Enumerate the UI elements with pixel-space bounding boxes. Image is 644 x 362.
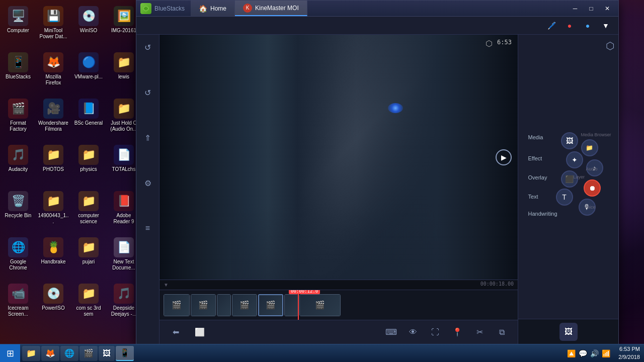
minimize-button[interactable]: ─ — [568, 3, 582, 14]
eye-button[interactable]: 👁 — [405, 324, 421, 340]
toolbar-alert-icon[interactable]: ● — [563, 19, 576, 32]
export-icon[interactable]: ⬡ — [606, 40, 614, 52]
cut-button[interactable]: ✂ — [471, 324, 488, 340]
start-button[interactable]: ⊞ — [0, 344, 20, 363]
sidebar-refresh-icon[interactable]: ↺ — [140, 40, 155, 55]
desktop-icon-14900443[interactable]: 📁14900443_1... — [37, 189, 69, 234]
desktop-icon-poweriso[interactable]: 💿PowerISO — [37, 282, 69, 327]
effect-label[interactable]: Effect — [528, 155, 542, 161]
desktop-icon-label-14900443: 14900443_1... — [38, 213, 69, 225]
bluestacks-brand-label: BlueStacks — [154, 5, 185, 12]
desktop-icon-label-computer2: computer science — [73, 213, 104, 225]
text-label[interactable]: Text — [528, 194, 538, 200]
overlay-label[interactable]: Overlay — [528, 174, 547, 180]
record-button[interactable]: ⏺ — [584, 179, 601, 197]
media-label[interactable]: Media — [528, 134, 543, 140]
desktop-icon-wondershare[interactable]: 🎥Wondershare Filmora — [37, 97, 69, 142]
text-button[interactable]: T — [556, 189, 573, 206]
tab-home[interactable]: 🏠 Home — [191, 1, 235, 16]
desktop-icon-icecream[interactable]: 📹Icecream Screen... — [2, 282, 34, 327]
tab-kinemaster[interactable]: K KineMaster MOI — [235, 1, 307, 16]
desktop-icon-label-winiso: WinISO — [80, 28, 97, 34]
close-button[interactable]: ✕ — [600, 3, 614, 14]
desktop-icon-img-newtext: 📄 — [114, 237, 134, 257]
taskbar-item-format[interactable]: 🎬 — [79, 346, 98, 361]
desktop-icon-bsc[interactable]: 📘BSc General — [72, 97, 105, 142]
start-icon: ⊞ — [7, 348, 14, 359]
taskbar-item-firefox[interactable]: 🦊 — [41, 346, 59, 361]
desktop-icon-justhold[interactable]: 📁Just Hold C (Audio On... — [108, 97, 140, 142]
sidebar-back-icon[interactable]: ↺ — [140, 85, 155, 100]
maximize-button[interactable]: □ — [584, 3, 598, 14]
desktop-icon-label-computer: Computer — [7, 28, 29, 34]
desktop-icon-computer[interactable]: 🖥️Computer — [2, 4, 34, 49]
desktop-icon-deepside[interactable]: 🎵Deepside Deejays -... — [108, 282, 140, 327]
copy-button[interactable]: ⧉ — [494, 324, 510, 340]
timeline-clip[interactable]: 🎬 — [164, 294, 190, 316]
toolbar-dropdown-icon[interactable]: ▼ — [599, 19, 612, 32]
desktop-icon-physics[interactable]: 📁physics — [72, 143, 105, 188]
sidebar-settings-icon[interactable]: ⚙ — [140, 175, 155, 191]
location-button[interactable]: 📍 — [449, 324, 465, 340]
fullscreen-button[interactable]: ⛶ — [427, 324, 443, 340]
timeline-clip[interactable]: 🎬 — [232, 294, 257, 316]
toolbar-pen-icon[interactable]: 🖊️ — [545, 19, 558, 32]
toolbar-info-icon[interactable]: ● — [581, 19, 594, 32]
effect-button[interactable]: ✦ — [566, 151, 583, 168]
timeline-clip[interactable]: 🎬 — [191, 294, 216, 316]
desktop-icon-vmware[interactable]: 🔵VMware-pl... — [72, 50, 105, 96]
desktop-icon-minitool[interactable]: 💾MiniTool Power Dat... — [37, 4, 69, 49]
audio-label: Audio — [586, 166, 598, 171]
desktop-icon-newtext[interactable]: 📄New Text Docume... — [108, 235, 140, 281]
desktop-icon-adobe[interactable]: 📕Adobe Reader 9 — [108, 189, 140, 234]
desktop-icon-handbrake[interactable]: 🍍Handbrake — [37, 235, 69, 281]
desktop-icon-photos[interactable]: 📁PHOTOS — [37, 143, 69, 188]
timeline-clip[interactable] — [284, 294, 298, 316]
handwriting-label[interactable]: Handwriting — [528, 211, 557, 217]
desktop-icon-bluestacks[interactable]: 📱BlueStacks — [2, 50, 34, 96]
taskbar-item-explorer[interactable]: 📁 — [22, 346, 40, 361]
timeline-clip-selected[interactable]: 🎬 — [258, 294, 283, 316]
play-button[interactable]: ▶ — [496, 149, 512, 165]
timeline-clip[interactable] — [217, 294, 231, 316]
video-frame — [159, 35, 518, 280]
keyboard-button[interactable]: ⌨ — [383, 324, 399, 340]
taskbar-item-chrome[interactable]: 🌐 — [60, 346, 78, 361]
sidebar-share-icon[interactable]: ⇑ — [140, 130, 155, 145]
desktop-icon-pujari[interactable]: 📁pujari — [72, 235, 105, 281]
taskbar-item-img[interactable]: 🖼 — [99, 346, 115, 361]
systray-chevron-icon[interactable]: 🔼 — [567, 349, 576, 357]
desktop-icon-lewis[interactable]: 📁lewis — [108, 50, 140, 96]
desktop-icon-img[interactable]: 🖼️IMG-20161 — [108, 4, 140, 49]
timeline-clip[interactable]: 🎬 — [299, 294, 341, 316]
media-button[interactable]: 🖼 — [561, 132, 578, 149]
img-icon: 🖼 — [103, 349, 111, 358]
desktop-icon-label-audacity: Audacity — [9, 166, 28, 172]
desktop-icon-format[interactable]: 🎬Format Factory — [2, 97, 34, 142]
desktop-icon-totalchs[interactable]: 📄TOTALchs — [108, 143, 140, 188]
desktop-icon-label-vmware: VMware-pl... — [74, 74, 103, 80]
timeline-playhead[interactable]: 00:00:12.0 — [298, 290, 299, 320]
systray-chat-icon[interactable]: 💬 — [579, 349, 587, 357]
desktop-icon-img-physics: 📁 — [78, 145, 99, 165]
system-clock[interactable]: 6:53 PM 2/9/2018 — [614, 345, 644, 361]
sidebar-layers-icon[interactable]: ≡ — [140, 221, 155, 236]
timeline-area: ▼ 00:00:18.00 🎬 🎬 🎬 — [159, 280, 518, 320]
media-browser-button[interactable]: 📁 — [581, 139, 598, 156]
right-panel: Media Effect Overlay Text Handwriting 🖼 … — [518, 35, 618, 344]
desktop-icon-mozilla[interactable]: 🦊Mozilla Firefox — [37, 50, 69, 96]
desktop-icon-audacity[interactable]: 🎵Audacity — [2, 143, 34, 188]
desktop-icon-chrome[interactable]: 🌐Google Chrome — [2, 235, 34, 281]
systray-volume-icon[interactable]: 🔊 — [590, 349, 599, 357]
desktop-icon-comsc[interactable]: 📁com sc 3rd sem — [72, 282, 105, 327]
desktop-icon-winiso[interactable]: 💿WinISO — [72, 4, 105, 49]
systray-network-icon[interactable]: 📶 — [602, 349, 610, 357]
taskbar-item-bluestacks[interactable]: 📱 — [116, 346, 134, 361]
home-button[interactable]: ⬜ — [192, 324, 208, 340]
panel-bottom-icon[interactable]: 🖼 — [559, 323, 578, 341]
exit-icon[interactable]: ⬡ — [486, 39, 493, 48]
timeline-tracks[interactable]: 🎬 🎬 🎬 🎬 — [159, 290, 518, 320]
desktop-icon-recycle[interactable]: 🗑️Recycle Bin — [2, 189, 34, 234]
desktop-icon-computer2[interactable]: 📁computer science — [72, 189, 105, 234]
back-button[interactable]: ⬅ — [168, 324, 184, 340]
